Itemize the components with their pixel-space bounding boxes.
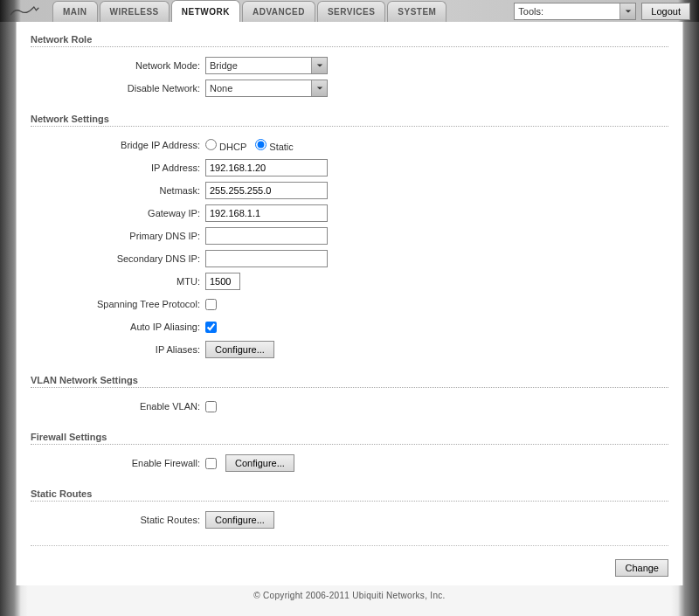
mtu-input[interactable] bbox=[205, 273, 240, 290]
top-bar: MAIN WIRELESS NETWORK ADVANCED SERVICES … bbox=[0, 0, 699, 22]
tab-advanced[interactable]: ADVANCED bbox=[242, 1, 315, 22]
secondary-dns-label: Secondary DNS IP: bbox=[31, 253, 205, 264]
netmask-label: Netmask: bbox=[31, 185, 205, 196]
stp-label: Spanning Tree Protocol: bbox=[31, 299, 205, 309]
chevron-down-icon bbox=[619, 3, 635, 19]
bridge-ip-label: Bridge IP Address: bbox=[31, 140, 205, 150]
chevron-down-icon bbox=[311, 80, 327, 96]
mtu-label: MTU: bbox=[31, 276, 205, 287]
section-vlan-title: VLAN Network Settings bbox=[31, 375, 668, 388]
enable-firewall-checkbox[interactable] bbox=[205, 458, 217, 469]
logout-button[interactable]: Logout bbox=[641, 3, 690, 20]
static-routes-label: Static Routes: bbox=[31, 515, 205, 525]
firewall-configure-button[interactable]: Configure... bbox=[225, 454, 294, 472]
section-firewall-title: Firewall Settings bbox=[31, 432, 668, 445]
netmask-input[interactable] bbox=[205, 182, 328, 199]
divider bbox=[31, 545, 668, 546]
chevron-down-icon bbox=[311, 58, 327, 73]
tab-services[interactable]: SERVICES bbox=[317, 1, 385, 22]
ip-address-input[interactable] bbox=[205, 159, 328, 176]
main-tabs: MAIN WIRELESS NETWORK ADVANCED SERVICES … bbox=[52, 0, 446, 22]
content-panel: Network Role Network Mode: Bridge Disabl… bbox=[16, 22, 683, 585]
section-network-role-title: Network Role bbox=[31, 34, 668, 47]
brand-logo bbox=[2, 0, 51, 22]
ip-aliases-label: IP Aliases: bbox=[31, 344, 205, 355]
ip-aliases-configure-button[interactable]: Configure... bbox=[205, 341, 274, 358]
top-right-controls: Tools: Logout bbox=[514, 3, 690, 20]
copyright-text: © Copyright 2006-2011 Ubiquiti Networks,… bbox=[0, 585, 699, 606]
secondary-dns-input[interactable] bbox=[205, 250, 328, 267]
dhcp-radio-label: DHCP bbox=[219, 142, 246, 152]
network-mode-value: Bridge bbox=[210, 60, 238, 71]
enable-firewall-label: Enable Firewall: bbox=[31, 458, 205, 468]
network-mode-dropdown[interactable]: Bridge bbox=[205, 57, 328, 74]
tools-dropdown-label: Tools: bbox=[518, 6, 543, 17]
enable-vlan-checkbox[interactable] bbox=[205, 401, 217, 412]
section-static-routes-title: Static Routes bbox=[31, 488, 668, 502]
network-mode-label: Network Mode: bbox=[31, 60, 205, 71]
gateway-label: Gateway IP: bbox=[31, 208, 205, 218]
disable-network-value: None bbox=[210, 83, 232, 93]
section-network-settings-title: Network Settings bbox=[31, 114, 668, 127]
primary-dns-label: Primary DNS IP: bbox=[31, 231, 205, 241]
gateway-input[interactable] bbox=[205, 204, 328, 222]
static-radio-label: Static bbox=[269, 142, 294, 152]
primary-dns-input[interactable] bbox=[205, 227, 328, 245]
tab-system[interactable]: SYSTEM bbox=[387, 1, 446, 22]
stp-checkbox[interactable] bbox=[205, 299, 217, 310]
autoip-checkbox[interactable] bbox=[205, 322, 217, 333]
tools-dropdown[interactable]: Tools: bbox=[514, 3, 636, 20]
tab-main[interactable]: MAIN bbox=[52, 1, 98, 22]
static-radio[interactable] bbox=[255, 139, 266, 150]
ip-address-label: IP Address: bbox=[31, 163, 205, 173]
change-button[interactable]: Change bbox=[615, 559, 668, 577]
dhcp-radio[interactable] bbox=[205, 139, 217, 150]
tab-network[interactable]: NETWORK bbox=[171, 0, 240, 22]
tab-wireless[interactable]: WIRELESS bbox=[100, 1, 170, 22]
static-routes-configure-button[interactable]: Configure... bbox=[205, 511, 274, 529]
disable-network-dropdown[interactable]: None bbox=[205, 80, 328, 97]
autoip-label: Auto IP Aliasing: bbox=[31, 322, 205, 332]
disable-network-label: Disable Network: bbox=[31, 83, 205, 93]
enable-vlan-label: Enable VLAN: bbox=[31, 401, 205, 412]
